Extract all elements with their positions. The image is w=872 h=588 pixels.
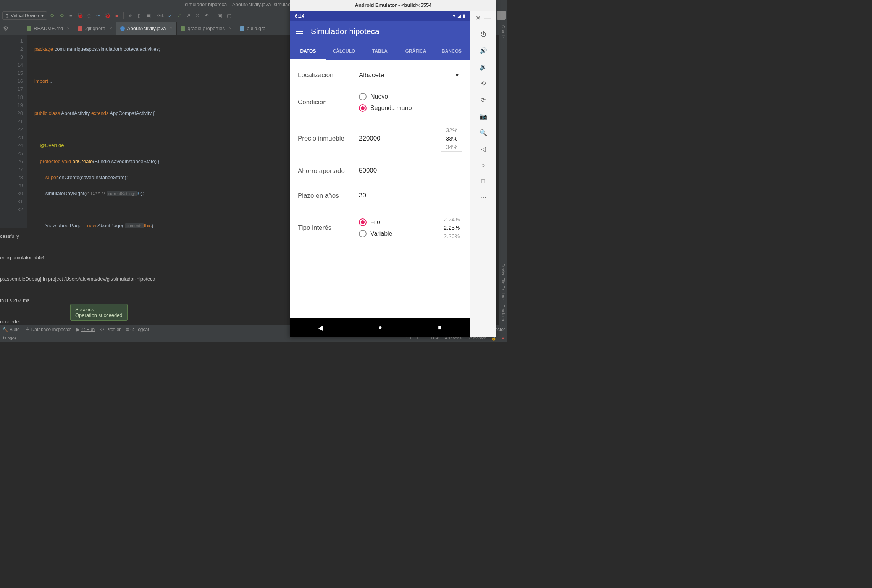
phone-icon: ▯ [6, 13, 8, 18]
push-icon[interactable]: ↗ [185, 12, 192, 19]
avatar[interactable] [497, 11, 506, 20]
emulator-tool[interactable]: Emulator [501, 305, 505, 321]
app-icon[interactable]: ▣ [145, 12, 152, 19]
rotate-right-icon[interactable]: ⟳ [481, 96, 486, 103]
zoom-icon[interactable]: 🔍 [480, 129, 487, 136]
profiler-tool[interactable]: ⏱ Profiler [100, 327, 121, 332]
tooltip-message: Operation succeeded [75, 312, 123, 318]
close-icon[interactable]: ✕ [170, 26, 173, 31]
emulator-icon[interactable]: ▢ [226, 12, 233, 19]
tab-gradle-properties[interactable]: gradle.properties✕ [177, 22, 236, 35]
minimize-icon[interactable]: — [484, 15, 491, 22]
notification-icon[interactable]: ● [502, 336, 504, 340]
back-icon[interactable]: ◁ [481, 145, 486, 153]
code-area[interactable]: package com.manriqueapps.simuladorhipote… [27, 35, 290, 228]
close-icon[interactable]: ✕ [109, 26, 112, 31]
device-file-explorer-tool[interactable]: Device File Explorer [501, 263, 505, 301]
radio-icon [359, 93, 367, 100]
gradle-tool[interactable]: Gradle [501, 25, 505, 38]
condicion-label: Condición [298, 99, 359, 106]
clock: 6:14 [295, 13, 304, 19]
bug-icon[interactable]: 🐞 [77, 12, 84, 19]
hamburger-icon[interactable] [296, 29, 303, 34]
dropdown-value: Albacete [359, 71, 384, 79]
recents-button[interactable]: ■ [438, 324, 442, 331]
radio-fijo[interactable]: Fijo [359, 218, 392, 226]
radio-variable[interactable]: Variable [359, 230, 392, 237]
build-tool[interactable]: 🔨 Build [2, 327, 20, 332]
home-button[interactable]: ● [378, 324, 382, 331]
tab-aboutactivity[interactable]: AboutActivity.java✕ [116, 22, 177, 35]
run-tool[interactable]: ▶4: Run [76, 327, 95, 332]
tab-label: .gitignore [85, 26, 105, 31]
radio-segunda-mano[interactable]: Segunda mano [359, 104, 462, 112]
tab-bancos[interactable]: BANCOS [434, 42, 470, 60]
device-icon[interactable]: ▯ [136, 12, 143, 19]
home-icon[interactable]: ○ [481, 162, 485, 169]
picker-option: 32% [441, 126, 462, 134]
radio-label: Fijo [370, 219, 380, 226]
right-tool-stripe: Gradle Device File Explorer Emulator [499, 22, 507, 325]
plazo-input[interactable] [359, 190, 378, 201]
back-button[interactable]: ◀ [318, 324, 323, 331]
tab-tabla[interactable]: TABLA [362, 42, 398, 60]
tab-datos[interactable]: DATOS [290, 42, 326, 60]
power-icon[interactable]: ⏻ [480, 31, 486, 38]
logcat-tool[interactable]: ≡ 6: Logcat [126, 327, 149, 332]
localizacion-dropdown[interactable]: Albacete ▾ [359, 71, 462, 79]
collapse-icon[interactable]: — [11, 25, 23, 32]
db-inspector-tool[interactable]: 🗄 Database Inspector [25, 327, 71, 332]
capture-icon[interactable]: ▣ [216, 12, 223, 19]
chevron-down-icon: ▾ [41, 13, 44, 18]
git-label: Git: [157, 13, 165, 18]
debug-run-icon[interactable]: 🐞 [104, 12, 111, 19]
tab-grafica[interactable]: GRÁFICA [398, 42, 434, 60]
sync-icon[interactable]: ⟳ [49, 12, 56, 19]
build-icon [240, 26, 244, 31]
device-selector[interactable]: ▯ Virtual Device ▾ [2, 11, 47, 20]
radio-nuevo[interactable]: Nuevo [359, 93, 462, 100]
attach-icon[interactable]: ⎆ [127, 12, 134, 19]
percent-picker[interactable]: 32% 33% 34% [441, 126, 462, 152]
rate-picker[interactable]: 2.24% 2.25% 2.26% [441, 215, 462, 241]
stop-square-icon[interactable]: ■ [113, 12, 120, 19]
precio-input[interactable] [359, 133, 393, 144]
overview-icon[interactable]: □ [481, 178, 485, 185]
history-icon[interactable]: ⏲ [194, 12, 201, 19]
close-icon[interactable]: ✕ [229, 26, 232, 31]
localizacion-label: Localización [298, 71, 359, 79]
git-icon [78, 26, 82, 31]
more-icon[interactable]: ⋯ [480, 194, 486, 201]
app-bar: Simulador hipoteca [290, 21, 470, 42]
hammer-icon[interactable]: ≡ [68, 12, 74, 19]
form: Localización Albacete ▾ Condición Nuevo … [290, 60, 470, 252]
run-icon[interactable]: ⤳ [95, 12, 102, 19]
tab-calculo[interactable]: CÁLCULO [326, 42, 362, 60]
stop-icon[interactable]: ◌ [86, 12, 93, 19]
camera-icon[interactable]: 📷 [480, 113, 487, 120]
volume-up-icon[interactable]: 🔊 [480, 47, 487, 54]
update-icon[interactable]: ↙ [166, 12, 173, 19]
gradle-icon [181, 26, 185, 31]
success-tooltip: Success Operation succeeded [70, 304, 128, 321]
undo-icon[interactable]: ↶ [203, 12, 210, 19]
app-title: Simulador hipoteca [311, 27, 379, 36]
rotate-left-icon[interactable]: ⟲ [481, 80, 486, 87]
build-console[interactable]: cessfullyoring emulator-5554p:assembleDe… [0, 228, 290, 325]
refresh-icon[interactable]: ⟲ [58, 12, 65, 19]
gear-icon[interactable]: ⚙ [0, 25, 11, 32]
volume-down-icon[interactable]: 🔉 [480, 63, 487, 71]
precio-label: Precio inmueble [298, 135, 359, 142]
radio-icon [359, 218, 367, 226]
tab-readme[interactable]: README.md✕ [23, 22, 74, 35]
radio-label: Variable [370, 230, 392, 237]
tab-gitignore[interactable]: .gitignore✕ [74, 22, 116, 35]
ahorro-input[interactable] [359, 165, 393, 176]
code-editor[interactable]: 1231415161718192021222324252627282930313… [0, 35, 290, 228]
close-icon[interactable]: ✕ [67, 26, 70, 31]
ahorro-label: Ahorro aportado [298, 167, 359, 175]
emulator-toolbar: ✕ — ⏻ 🔊 🔉 ⟲ ⟳ 📷 🔍 ◁ ○ □ ⋯ [470, 11, 496, 337]
tab-build-gradle[interactable]: build.gra [236, 22, 270, 35]
close-icon[interactable]: ✕ [476, 15, 481, 22]
commit-icon[interactable]: ✓ [176, 12, 182, 19]
